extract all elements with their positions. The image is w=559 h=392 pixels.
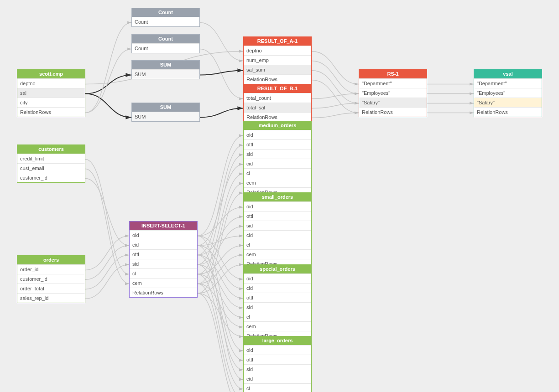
node-sum-2[interactable]: SUM SUM <box>131 103 200 122</box>
node-sum-1[interactable]: SUM SUM <box>131 60 200 79</box>
field[interactable]: ottl <box>244 355 311 364</box>
field[interactable]: cl <box>244 383 311 392</box>
field[interactable]: oid <box>244 273 311 283</box>
field-order-total[interactable]: order_total <box>17 284 85 293</box>
field-count[interactable]: Count <box>132 17 199 26</box>
field-count[interactable]: Count <box>132 43 199 53</box>
node-customers[interactable]: customers credit_limit cust_email custom… <box>17 144 85 183</box>
node-count-1[interactable]: Count Count <box>131 8 200 27</box>
node-title: RESULT_OF_B-1 <box>244 84 311 93</box>
field-order-id[interactable]: order_id <box>17 264 85 274</box>
field-relationrows[interactable]: RelationRows <box>244 112 311 122</box>
field[interactable]: ottl <box>244 139 311 149</box>
field[interactable]: ottl <box>244 211 311 221</box>
field-deptno[interactable]: deptno <box>17 78 85 88</box>
field-department[interactable]: "Department" <box>359 78 427 88</box>
node-count-2[interactable]: Count Count <box>131 34 200 53</box>
node-title: medium_orders <box>244 121 311 130</box>
field[interactable]: cem <box>244 321 311 331</box>
field-sal-sum[interactable]: sal_sum <box>244 65 311 74</box>
field[interactable]: sid <box>244 364 311 374</box>
field-city[interactable]: city <box>17 98 85 107</box>
field[interactable]: cl <box>244 168 311 178</box>
field[interactable]: sid <box>244 149 311 159</box>
field-customer-id[interactable]: customer_id <box>17 274 85 284</box>
field[interactable]: oid <box>244 130 311 139</box>
field-deptno[interactable]: deptno <box>244 46 311 55</box>
node-title: RS-1 <box>359 70 427 78</box>
field-num-emp[interactable]: num_emp <box>244 55 311 65</box>
node-scott-emp[interactable]: scott.emp deptno sal city RelationRows <box>17 69 85 117</box>
field-cem[interactable]: cem <box>130 278 197 288</box>
field-total-count[interactable]: total_count <box>244 93 311 103</box>
field-sum[interactable]: SUM <box>132 112 199 121</box>
field-sum[interactable]: SUM <box>132 69 199 79</box>
node-title: SUM <box>132 61 199 69</box>
field[interactable]: cid <box>244 230 311 240</box>
node-title: special_orders <box>244 265 311 273</box>
field[interactable]: sid <box>244 302 311 312</box>
node-title: SUM <box>132 103 199 112</box>
node-medium-orders[interactable]: medium_orders oid ottl sid cid cl cem Re… <box>243 121 312 197</box>
field[interactable]: cid <box>244 283 311 293</box>
node-insert-select[interactable]: INSERT-SELECT-1 oid cid ottl sid cl cem … <box>129 221 198 298</box>
field-sal[interactable]: sal <box>17 88 85 98</box>
node-title: INSERT-SELECT-1 <box>130 222 197 230</box>
node-title: vsal <box>474 70 542 78</box>
node-large-orders[interactable]: large_orders oid ottl sid cid cl cem Rel… <box>243 336 312 392</box>
field-employees[interactable]: "Employees" <box>474 88 542 98</box>
node-result-a[interactable]: RESULT_OF_A-1 deptno num_emp sal_sum Rel… <box>243 36 312 84</box>
field-sid[interactable]: sid <box>130 259 197 268</box>
field[interactable]: ottl <box>244 293 311 302</box>
node-small-orders[interactable]: small_orders oid ottl sid cid cl cem Rel… <box>243 192 312 269</box>
node-vsal[interactable]: vsal "Department" "Employees" "Salary" R… <box>474 69 542 117</box>
field-ottl[interactable]: ottl <box>130 249 197 259</box>
field-customer-id[interactable]: customer_id <box>17 173 85 182</box>
field-cid[interactable]: cid <box>130 240 197 249</box>
node-title: Count <box>132 35 199 43</box>
field[interactable]: cem <box>244 249 311 259</box>
field-relationrows[interactable]: RelationRows <box>130 288 197 297</box>
field-cust-email[interactable]: cust_email <box>17 163 85 173</box>
node-title: large_orders <box>244 336 311 345</box>
field-relationrows[interactable]: RelationRows <box>359 107 427 117</box>
field-salary[interactable]: "Salary" <box>359 98 427 107</box>
field[interactable]: cid <box>244 374 311 383</box>
field-relationrows[interactable]: RelationRows <box>17 107 85 117</box>
field-salary[interactable]: "Salary" <box>474 98 542 107</box>
node-special-orders[interactable]: special_orders oid cid ottl sid cl cem R… <box>243 264 312 341</box>
node-result-b[interactable]: RESULT_OF_B-1 total_count total_sal Rela… <box>243 84 312 122</box>
field-department[interactable]: "Department" <box>474 78 542 88</box>
node-title: scott.emp <box>17 70 85 78</box>
field[interactable]: cem <box>244 178 311 187</box>
field[interactable]: sid <box>244 221 311 230</box>
field-oid[interactable]: oid <box>130 230 197 240</box>
field[interactable]: cl <box>244 312 311 321</box>
node-orders[interactable]: orders order_id customer_id order_total … <box>17 255 85 303</box>
field-relationrows[interactable]: RelationRows <box>474 107 542 117</box>
node-title: RESULT_OF_A-1 <box>244 37 311 46</box>
field-cl[interactable]: cl <box>130 268 197 278</box>
field-credit-limit[interactable]: credit_limit <box>17 154 85 163</box>
field-sales-rep-id[interactable]: sales_rep_id <box>17 293 85 303</box>
node-title: Count <box>132 8 199 17</box>
field-total-sal[interactable]: total_sal <box>244 103 311 112</box>
node-title: customers <box>17 145 85 154</box>
field-relationrows[interactable]: RelationRows <box>244 74 311 84</box>
field[interactable]: cl <box>244 240 311 249</box>
node-rs-1[interactable]: RS-1 "Department" "Employees" "Salary" R… <box>359 69 427 117</box>
node-title: orders <box>17 256 85 264</box>
field[interactable]: oid <box>244 201 311 211</box>
field-employees[interactable]: "Employees" <box>359 88 427 98</box>
node-title: small_orders <box>244 193 311 201</box>
field[interactable]: oid <box>244 345 311 355</box>
field[interactable]: cid <box>244 159 311 168</box>
